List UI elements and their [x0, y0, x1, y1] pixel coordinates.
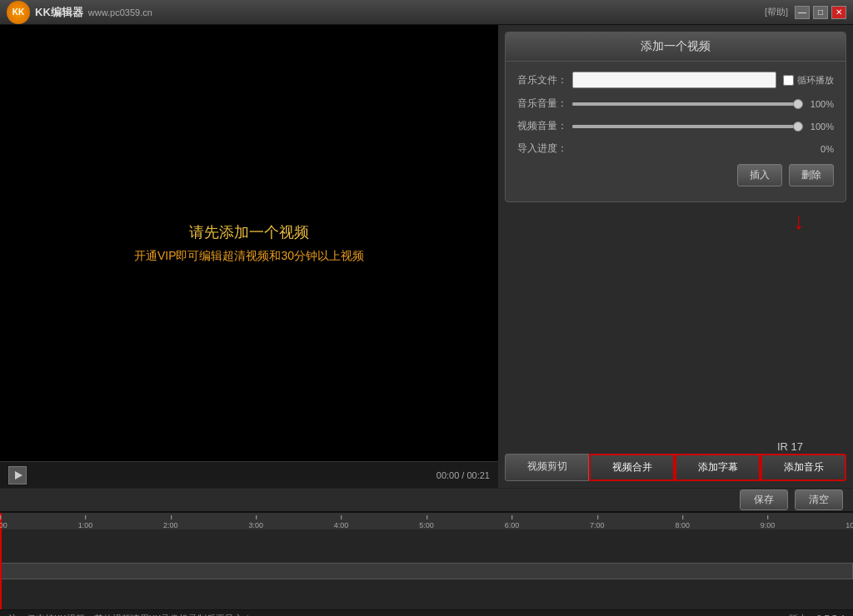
tab-video-merge[interactable]: 视频合并 [589, 454, 675, 481]
tab-bar: 视频剪切 视频合并 添加字幕 添加音乐 [505, 454, 846, 481]
arrow-icon: ↓ [793, 208, 805, 235]
arrow-container: ↓ [505, 209, 846, 234]
ruler-tick: 2:00 [163, 521, 178, 529]
video-volume-track[interactable] [572, 125, 798, 128]
music-file-row: 音乐文件： 循环播放 [517, 72, 834, 88]
music-volume-track[interactable] [572, 102, 798, 106]
tab-add-subtitle[interactable]: 添加字幕 [675, 454, 761, 481]
timeline-tracks[interactable] [0, 529, 853, 609]
tab-video-cut[interactable]: 视频剪切 [505, 454, 589, 481]
tab-add-music[interactable]: 添加音乐 [761, 454, 846, 481]
status-note: 注：仅支持KK视频，其他视频请用KK录像机录制后再导入！ [8, 613, 252, 616]
progress-value: 0% [821, 144, 834, 154]
timeline-track [0, 563, 853, 579]
app-title: KK编辑器 [35, 5, 83, 20]
ruler-tick: 0:00 [0, 521, 7, 529]
close-button[interactable]: ✕ [831, 6, 846, 19]
time-display: 00:00 / 00:21 [436, 470, 490, 480]
video-vol-label: 视频音量： [517, 119, 567, 133]
ruler-tick: 10:0 [846, 521, 853, 529]
delete-button[interactable]: 删除 [789, 164, 834, 186]
video-panel: 请先添加一个视频 开通VIP即可编辑超清视频和30分钟以上视频 00:00 / … [0, 25, 498, 488]
titlebar: KK KK编辑器 www.pc0359.cn [帮助] — □ ✕ [0, 0, 853, 25]
ruler-tick: 5:00 [419, 521, 434, 529]
video-vol-value: 100% [805, 122, 834, 132]
video-controls: 00:00 / 00:21 [0, 461, 498, 488]
music-vol-label: 音乐音量： [517, 97, 567, 111]
video-prompt: 请先添加一个视频 [189, 222, 309, 242]
ruler-tick: 3:00 [248, 521, 263, 529]
clear-button[interactable]: 清空 [795, 489, 843, 510]
timeline-area: 0:001:002:003:004:005:006:007:008:009:00… [0, 511, 853, 609]
music-volume-row: 音乐音量： 100% [517, 97, 834, 111]
save-button[interactable]: 保存 [740, 489, 788, 510]
help-link[interactable]: [帮助] [765, 6, 788, 18]
timeline-ruler: 0:001:002:003:004:005:006:007:008:009:00… [0, 513, 853, 529]
play-button[interactable] [8, 466, 27, 484]
titlebar-controls: — □ ✕ [795, 6, 846, 19]
loop-checkbox[interactable] [783, 75, 794, 86]
ruler-tick: 4:00 [334, 521, 349, 529]
ruler-tick: 1:00 [78, 521, 93, 529]
action-buttons: 插入 删除 [517, 164, 834, 186]
music-file-label: 音乐文件： [517, 73, 567, 87]
right-panel: 添加一个视频 音乐文件： 循环播放 音乐音量： 100% [498, 25, 853, 488]
video-vip-text: 开通VIP即可编辑超清视频和30分钟以上视频 [134, 249, 364, 264]
loop-label-text: 循环播放 [797, 74, 834, 87]
ruler-tick: 9:00 [761, 521, 776, 529]
ruler-tick: 6:00 [505, 521, 520, 529]
loop-checkbox-label: 循环播放 [783, 74, 834, 87]
import-progress-row: 导入进度： 0% [517, 142, 834, 156]
version-label: 版本：2.7.5.4 [789, 613, 845, 616]
ruler-tick: 8:00 [675, 521, 690, 529]
ir-badge: IR 17 [777, 440, 803, 453]
minimize-button[interactable]: — [795, 6, 810, 19]
timeline-playhead-line [0, 529, 2, 609]
video-canvas: 请先添加一个视频 开通VIP即可编辑超清视频和30分钟以上视频 [0, 25, 498, 461]
maximize-button[interactable]: □ [813, 6, 828, 19]
bottom-controls: 保存 清空 [0, 488, 853, 511]
video-volume-row: 视频音量： 100% [517, 119, 834, 133]
status-bar: 注：仅支持KK视频，其他视频请用KK录像机录制后再导入！ 版本：2.7.5.4 [0, 609, 853, 616]
ruler-tick: 7:00 [590, 521, 605, 529]
main-area: 请先添加一个视频 开通VIP即可编辑超清视频和30分钟以上视频 00:00 / … [0, 25, 853, 488]
website-label: www.pc0359.cn [88, 7, 152, 17]
add-video-title: 添加一个视频 [506, 32, 846, 62]
play-icon [15, 471, 22, 479]
add-video-box: 添加一个视频 音乐文件： 循环播放 音乐音量： 100% [505, 32, 846, 202]
music-file-input[interactable] [572, 72, 776, 88]
insert-button[interactable]: 插入 [737, 164, 782, 186]
logo-icon: KK [7, 1, 30, 24]
import-progress-label: 导入进度： [517, 142, 567, 156]
logo-area: KK KK编辑器 www.pc0359.cn [7, 1, 765, 24]
music-vol-value: 100% [805, 99, 834, 109]
